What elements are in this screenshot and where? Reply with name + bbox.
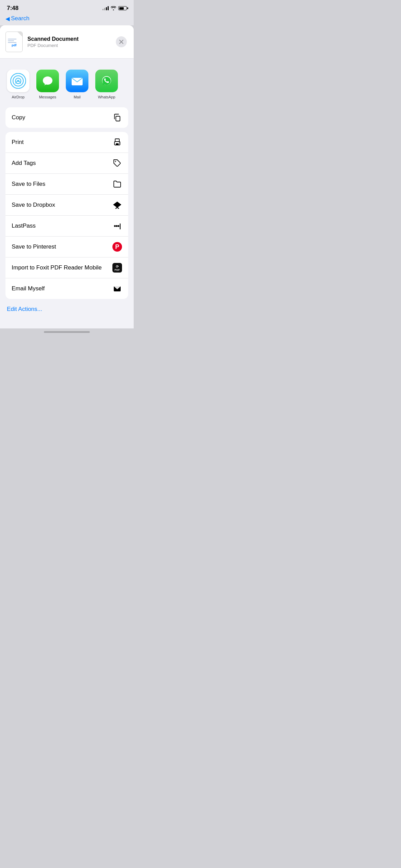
share-sheet: pdf Scanned Document PDF Document — [0, 25, 134, 328]
copy-icon — [112, 113, 122, 122]
foxit-label: Import to Foxit PDF Reader Mobile — [12, 264, 102, 271]
messages-label: Messages — [39, 95, 56, 99]
action-list-copy: Copy — [5, 107, 128, 128]
share-app-airdrop[interactable]: AirDrop — [7, 70, 29, 99]
action-item-add-tags[interactable]: Add Tags — [5, 153, 128, 174]
airdrop-label: AirDrop — [12, 95, 24, 99]
home-bar — [44, 331, 90, 333]
action-item-copy[interactable]: Copy — [5, 107, 128, 128]
signal-icon — [102, 6, 109, 10]
pinterest-icon: P — [112, 242, 122, 252]
mail-icon — [66, 70, 88, 92]
dropbox-label: Save to Dropbox — [12, 202, 55, 208]
svg-point-4 — [43, 76, 52, 85]
folder-icon — [112, 179, 122, 189]
whatsapp-icon — [95, 70, 118, 92]
whatsapp-label: WhatsApp — [98, 95, 116, 99]
action-item-pinterest[interactable]: Save to Pinterest P — [5, 237, 128, 257]
tag-icon — [112, 158, 122, 168]
share-apps-scroll: AirDrop Messages — [0, 70, 134, 99]
action-list-main: Print Add Tags Save to Fil — [5, 132, 128, 299]
mail-label: Mail — [74, 95, 81, 99]
gap-2 — [0, 103, 134, 107]
print-label: Print — [12, 139, 24, 146]
status-bar: 7:48 — [0, 0, 134, 14]
action-item-lastpass[interactable]: LastPass •••| — [5, 216, 128, 237]
share-app-messages[interactable]: Messages — [36, 70, 59, 99]
share-apps-section: AirDrop Messages — [0, 63, 134, 103]
document-subtitle: PDF Document — [27, 43, 116, 48]
close-button[interactable] — [116, 36, 127, 47]
action-item-save-files[interactable]: Save to Files — [5, 174, 128, 195]
pdf-thumbnail: pdf — [5, 32, 23, 52]
back-arrow-icon: ◀ — [5, 15, 10, 22]
back-label[interactable]: Search — [11, 15, 29, 22]
lastpass-icon: •••| — [112, 221, 122, 231]
action-item-email-myself[interactable]: Email Myself — [5, 278, 128, 299]
document-header: pdf Scanned Document PDF Document — [0, 25, 134, 59]
svg-point-12 — [119, 143, 120, 143]
print-icon — [112, 137, 122, 147]
edit-actions-section: Edit Actions... — [0, 299, 134, 318]
battery-icon — [118, 6, 127, 10]
email-myself-label: Email Myself — [12, 285, 45, 292]
svg-rect-9 — [115, 139, 119, 142]
lastpass-label: LastPass — [12, 222, 36, 229]
airdrop-icon — [7, 70, 29, 92]
add-tags-label: Add Tags — [12, 160, 36, 167]
wifi-icon — [111, 6, 116, 10]
action-item-foxit[interactable]: Import to Foxit PDF Reader Mobile ⟳ PDF — [5, 257, 128, 278]
action-item-print[interactable]: Print — [5, 132, 128, 153]
nav-bar: ◀ Search — [0, 14, 134, 25]
pinterest-label: Save to Pinterest — [12, 243, 56, 250]
section-gap-1 — [0, 59, 134, 63]
action-item-dropbox[interactable]: Save to Dropbox — [5, 195, 128, 216]
share-app-whatsapp[interactable]: WhatsApp — [95, 70, 118, 99]
pdf-badge: pdf — [12, 44, 16, 47]
pinterest-circle: P — [112, 242, 122, 252]
edit-actions-button[interactable]: Edit Actions... — [7, 306, 42, 312]
status-icons — [102, 6, 127, 10]
copy-label: Copy — [12, 114, 25, 121]
share-app-mail[interactable]: Mail — [66, 70, 88, 99]
email-myself-icon — [112, 284, 122, 293]
dropbox-icon — [112, 200, 122, 210]
svg-point-13 — [115, 161, 116, 162]
svg-rect-11 — [116, 143, 119, 145]
status-time: 7:48 — [7, 5, 19, 12]
document-info: Scanned Document PDF Document — [27, 36, 116, 48]
messages-icon — [36, 70, 59, 92]
home-indicator — [0, 328, 134, 337]
foxit-icon: ⟳ PDF — [112, 263, 122, 273]
document-title: Scanned Document — [27, 36, 116, 42]
svg-rect-8 — [116, 116, 120, 121]
save-files-label: Save to Files — [12, 181, 45, 188]
foxit-badge: ⟳ PDF — [112, 263, 122, 273]
